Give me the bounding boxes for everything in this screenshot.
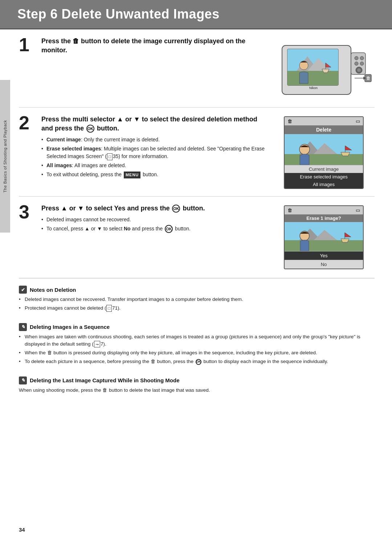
erase-no: No [285, 260, 363, 269]
page-number: 34 [19, 527, 25, 533]
notes-sequence-header: ✎ Deleting Images in a Sequence [19, 323, 375, 331]
notes-sequence-icon: ✎ [19, 323, 27, 331]
step-3-section: 3 Press ▲ or ▼ to select Yes and press t… [19, 197, 375, 277]
notes-deletion-item-1: Deleted images cannot be recovered. Tran… [19, 296, 375, 303]
menu-current-image: Current image [285, 165, 363, 173]
page: The Basics of Shooting and Playback Step… [0, 0, 392, 540]
main-content: 1 Press the 🗑 button to delete the image… [0, 29, 392, 412]
menu-top-bar: 🗑 ▭ [285, 117, 363, 125]
step-3-list: Deleted images cannot be recovered. To c… [41, 216, 266, 233]
notes-deletion-section: ✔ Notes on Deletion Deleted images canno… [19, 280, 375, 317]
step-3-number: 3 [19, 202, 34, 221]
svg-text:🗑: 🗑 [366, 76, 371, 81]
svg-point-14 [357, 68, 361, 72]
menu-delete-header: Delete [285, 125, 363, 134]
notes-lastimage-icon: ✎ [19, 376, 27, 384]
notes-deletion-title: Notes on Deletion [30, 287, 76, 293]
notes-sequence-list: When images are taken with continuous sh… [19, 333, 375, 366]
notes-deletion-list: Deleted images cannot be recovered. Tran… [19, 296, 375, 312]
menu-image-area [285, 134, 363, 165]
step-2-bullet-4: To exit without deleting, press the MENU… [41, 171, 266, 178]
svg-rect-5 [287, 71, 338, 85]
svg-point-9 [355, 56, 358, 60]
notes-deletion-header: ✔ Notes on Deletion [19, 286, 375, 294]
step-3-bullet-2: To cancel, press ▲ or ▼ to select No and… [41, 225, 266, 233]
notes-sequence-item-3: To delete each picture in a sequence, be… [19, 358, 375, 365]
step-1-section: 1 Press the 🗑 button to delete the image… [19, 29, 375, 108]
side-label: The Basics of Shooting and Playback [0, 80, 10, 233]
svg-point-11 [355, 62, 358, 65]
erase-yes: Yes [285, 251, 363, 260]
step-2-bullet-2: Erase selected images: Multiple images c… [41, 145, 266, 160]
notes-sequence-title: Deleting Images in a Sequence [30, 324, 110, 330]
menu-erase-selected: Erase selected images [285, 173, 363, 181]
step-1-number: 1 [19, 35, 34, 54]
step-2-title: Press the multi selector ▲ or ▼ to selec… [41, 115, 266, 133]
step-2-bullet-3: All images: All images are deleted. [41, 162, 266, 169]
step-2-bullet-1: Current image: Only the current image is… [41, 136, 266, 144]
step-3-bullet-1: Deleted images cannot be recovered. [41, 216, 266, 223]
notes-lastimage-section: ✎ Deleting the Last Image Captured While… [19, 371, 375, 398]
step-3-image: 🗑 ▭ Erase 1 image? [273, 205, 375, 269]
notes-sequence-item-1: When images are taken with continuous sh… [19, 333, 375, 348]
svg-rect-26 [285, 240, 363, 251]
svg-point-12 [360, 62, 364, 65]
notes-deletion-item-2: Protected images cannot be deleted (□71)… [19, 305, 375, 312]
svg-text:Nikon: Nikon [309, 86, 318, 90]
menu-trash-icon: 🗑 [287, 118, 292, 124]
step-3-content: Press ▲ or ▼ to select Yes and press the… [41, 204, 266, 234]
camera-back-diagram: Nikon 🗑 [275, 38, 373, 100]
svg-point-10 [360, 56, 364, 60]
divider-notes [19, 278, 375, 278]
step-2-section: 2 Press the multi selector ▲ or ▼ to sel… [19, 108, 375, 197]
side-label-text: The Basics of Shooting and Playback [3, 120, 7, 193]
menu-battery-icon: ▭ [356, 118, 360, 124]
notes-lastimage-title: Deleting the Last Image Captured While i… [30, 377, 180, 383]
notes-lastimage-header: ✎ Deleting the Last Image Captured While… [19, 376, 375, 384]
erase-menu-battery: ▭ [356, 207, 360, 213]
menu-all-images: All images [285, 181, 363, 188]
erase-menu-trash: 🗑 [287, 207, 292, 213]
notes-sequence-item-2: When the 🗑 button is pressed during disp… [19, 349, 375, 356]
notes-sequence-section: ✎ Deleting Images in a Sequence When ima… [19, 317, 375, 371]
menu-scene-svg [285, 134, 363, 165]
notes-deletion-icon: ✔ [19, 286, 27, 294]
step-1-content: Press the 🗑 button to delete the image c… [41, 37, 266, 58]
erase-menu-image [285, 222, 363, 251]
page-title: Step 6 Delete Unwanted Images [17, 7, 375, 22]
erase-menu-header: Erase 1 image? [285, 214, 363, 222]
page-header: Step 6 Delete Unwanted Images [0, 0, 392, 29]
step-2-image: 🗑 ▭ Delete [273, 116, 375, 189]
step-3-menu: 🗑 ▭ Erase 1 image? [284, 205, 364, 269]
step-2-menu: 🗑 ▭ Delete [284, 116, 364, 189]
step-2-content: Press the multi selector ▲ or ▼ to selec… [41, 115, 266, 180]
erase-scene-svg [285, 222, 363, 251]
step-1-title: Press the 🗑 button to delete the image c… [41, 37, 266, 55]
svg-rect-20 [285, 154, 363, 165]
notes-lastimage-text: When using shooting mode, press the 🗑 bu… [19, 387, 375, 394]
erase-menu-topbar: 🗑 ▭ [285, 206, 363, 214]
step-2-number: 2 [19, 113, 34, 132]
step-3-title: Press ▲ or ▼ to select Yes and press the… [41, 204, 266, 213]
step-1-image: Nikon 🗑 [273, 38, 375, 100]
step-2-list: Current image: Only the current image is… [41, 136, 266, 178]
